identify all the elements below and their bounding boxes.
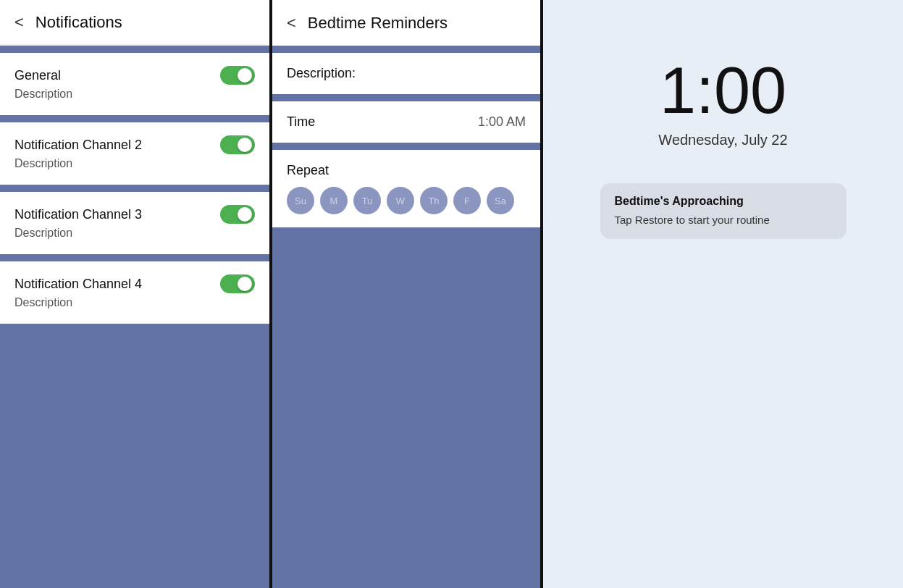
day-th[interactable]: Th	[420, 187, 448, 214]
day-f[interactable]: F	[453, 187, 481, 214]
clock-time: 1:00	[660, 58, 786, 123]
repeat-label: Repeat	[287, 163, 526, 178]
divider-3	[0, 185, 269, 192]
days-row: Su M Tu W Th F Sa	[287, 187, 526, 214]
channel-general: General Description	[0, 53, 269, 115]
bedtime-header: < Bedtime Reminders	[272, 0, 540, 46]
bedtime-divider-3	[272, 143, 540, 150]
description-label: Description:	[287, 66, 356, 80]
channel-3-toggle[interactable]	[220, 205, 255, 224]
divider-4	[0, 254, 269, 261]
day-m[interactable]: M	[320, 187, 348, 214]
day-sa[interactable]: Sa	[487, 187, 514, 214]
day-w[interactable]: W	[387, 187, 414, 214]
channel-general-top: General	[14, 66, 255, 85]
channel-general-name: General	[14, 68, 61, 83]
channel-4-toggle[interactable]	[220, 274, 255, 293]
clock-date: Wednesday, July 22	[658, 132, 787, 148]
day-tu[interactable]: Tu	[353, 187, 381, 214]
panel2-fill	[272, 227, 540, 588]
notifications-back-button[interactable]: <	[14, 13, 24, 32]
channel-4: Notification Channel 4 Description	[0, 261, 269, 324]
notification-card: Bedtime's Approaching Tap Restore to sta…	[600, 183, 847, 239]
divider-1	[0, 46, 269, 53]
notifications-header: < Notifications	[0, 0, 269, 46]
toggle-thumb	[238, 277, 252, 291]
notifications-title: Notifications	[35, 13, 122, 32]
day-su[interactable]: Su	[287, 187, 314, 214]
channel-2-toggle[interactable]	[220, 135, 255, 154]
channel-4-top: Notification Channel 4	[14, 274, 255, 293]
bedtime-back-button[interactable]: <	[287, 14, 296, 33]
time-value: 1:00 AM	[478, 114, 526, 130]
divider-5	[0, 324, 269, 331]
toggle-thumb	[238, 138, 252, 152]
channel-3-desc: Description	[14, 227, 255, 250]
divider-2	[0, 115, 269, 122]
channel-2-desc: Description	[14, 157, 255, 180]
toggle-thumb	[238, 68, 252, 83]
notification-title: Bedtime's Approaching	[615, 195, 832, 208]
bedtime-title: Bedtime Reminders	[308, 14, 448, 33]
bedtime-divider-2	[272, 94, 540, 101]
toggle-thumb	[238, 207, 252, 222]
channel-2-name: Notification Channel 2	[14, 138, 142, 153]
channel-general-desc: Description	[14, 88, 255, 111]
channel-2: Notification Channel 2 Description	[0, 122, 269, 185]
time-section[interactable]: Time 1:00 AM	[272, 101, 540, 143]
channel-general-toggle[interactable]	[220, 66, 255, 85]
bedtime-panel: < Bedtime Reminders Description: Time 1:…	[272, 0, 543, 588]
channel-3: Notification Channel 3 Description	[0, 192, 269, 254]
lock-screen-panel: 1:00 Wednesday, July 22 Bedtime's Approa…	[543, 0, 903, 588]
description-section: Description:	[272, 53, 540, 94]
panel1-fill	[0, 331, 269, 588]
channel-2-top: Notification Channel 2	[14, 135, 255, 154]
notifications-panel: < Notifications General Description Noti…	[0, 0, 272, 588]
channel-3-name: Notification Channel 3	[14, 207, 142, 222]
repeat-section: Repeat Su M Tu W Th F Sa	[272, 150, 540, 227]
channel-4-desc: Description	[14, 296, 255, 319]
time-label: Time	[287, 114, 315, 130]
channel-4-name: Notification Channel 4	[14, 277, 142, 292]
notification-body: Tap Restore to start your routine	[615, 212, 832, 227]
bedtime-divider-1	[272, 46, 540, 53]
channel-3-top: Notification Channel 3	[14, 205, 255, 224]
